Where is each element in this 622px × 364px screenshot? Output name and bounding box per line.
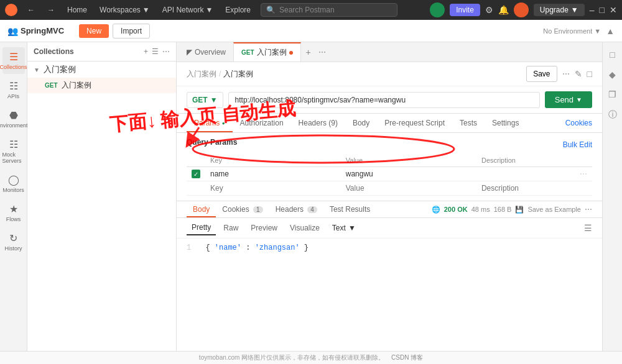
panel-title: Collections <box>34 47 74 56</box>
sort-icon[interactable]: ☰ <box>584 223 592 233</box>
code-tab-preview[interactable]: Preview <box>246 221 282 235</box>
tab-authorization[interactable]: Authorization <box>233 114 291 132</box>
table-row: ✓ ⋯ <box>187 167 592 181</box>
tab-pre-request[interactable]: Pre-request Script <box>377 114 452 132</box>
sidebar-label-apis: APIs <box>7 93 19 99</box>
flows-icon: ★ <box>9 203 18 215</box>
sidebar-item-flows[interactable]: ★ Flows <box>2 199 25 226</box>
nav-explore[interactable]: Explore <box>220 4 256 16</box>
collection-item[interactable]: ▼ 入门案例 <box>27 61 176 78</box>
mock-servers-icon: ☷ <box>9 139 18 150</box>
search-bar[interactable]: 🔍 Search Postman <box>261 3 397 17</box>
response-more-button[interactable]: ⋯ <box>585 205 592 214</box>
workspace-icon: 👥 <box>7 26 18 36</box>
monitors-icon: ◯ <box>8 174 19 186</box>
row2-key-input[interactable] <box>210 184 336 193</box>
params-title: Query Params <box>187 138 237 147</box>
watermark: toymoban.com 网络图片仅供展示，非存储，如有侵权请联系删除。 CSD… <box>0 351 622 364</box>
save-button[interactable]: Save <box>526 66 557 82</box>
response-tab-body[interactable]: Body <box>187 201 216 217</box>
request-tabs: Params ● Authorization Headers (9) Body … <box>177 114 602 133</box>
response-tab-test-results[interactable]: Test Results <box>323 201 376 217</box>
top-nav: ← → Home Workspaces ▼ API Network ▼ Expl… <box>22 4 256 16</box>
row1-key-input[interactable] <box>210 170 336 178</box>
csdn-label: CSDN 博客 <box>391 354 423 361</box>
invite-button[interactable]: Invite <box>450 4 480 16</box>
right-icon-3[interactable]: ❐ <box>606 87 619 102</box>
tab-overview[interactable]: ◤ Overview <box>179 44 233 60</box>
sidebar-item-collections[interactable]: ☰ Collections <box>2 47 25 74</box>
tab-settings[interactable]: Settings <box>485 114 526 132</box>
response-tab-headers[interactable]: Headers 4 <box>269 201 323 217</box>
collections-icon: ☰ <box>9 51 18 63</box>
sidebar-item-environments[interactable]: ⬣ Environments <box>2 106 25 132</box>
sidebar-label-collections: Collections <box>0 64 27 70</box>
sidebar-item-apis[interactable]: ☷ APIs <box>2 76 25 103</box>
send-button[interactable]: Send ▼ <box>545 91 592 108</box>
environments-icon: ⬣ <box>9 109 18 121</box>
bell-icon[interactable]: 🔔 <box>498 5 509 15</box>
add-collection-icon[interactable]: + <box>144 47 148 56</box>
tab-body[interactable]: Body <box>345 114 377 132</box>
row1-checkbox[interactable]: ✓ <box>192 170 200 178</box>
cookies-link[interactable]: Cookies <box>565 119 592 127</box>
nav-workspaces[interactable]: Workspaces ▼ <box>95 4 155 16</box>
save-more-button[interactable]: ⋯ <box>562 70 570 78</box>
format-select[interactable]: Text ▼ <box>332 224 356 232</box>
main-content: ◤ Overview GET 入门案例 + ⋯ 入门案例 / 入门案例 Sa <box>177 42 602 364</box>
row2-value-input[interactable] <box>346 184 471 193</box>
code-tab-raw[interactable]: Raw <box>218 221 243 235</box>
row1-value-input[interactable] <box>346 170 471 178</box>
minimize-icon[interactable]: – <box>590 5 595 15</box>
filter-icon[interactable]: ☰ <box>152 47 159 56</box>
right-icon-1[interactable]: □ <box>607 47 617 62</box>
upgrade-button[interactable]: Upgrade ▼ <box>534 4 585 16</box>
right-icon-4[interactable]: ⓘ <box>606 107 620 123</box>
line-number: 1 <box>187 243 191 252</box>
new-button[interactable]: New <box>79 24 109 38</box>
code-tab-visualize[interactable]: Visualize <box>285 221 325 235</box>
tab-request[interactable]: GET 入门案例 <box>233 42 301 61</box>
close-icon[interactable]: ✕ <box>610 5 617 15</box>
sidebar-item-history[interactable]: ↻ History <box>2 229 25 255</box>
nav-api-network[interactable]: API Network ▼ <box>157 4 218 16</box>
secondbar: 👥 SpringMVC New Import No Environment ▼ … <box>0 20 622 42</box>
import-button[interactable]: Import <box>113 24 150 39</box>
tab-params[interactable]: Params ● <box>187 114 233 132</box>
collections-panel: Collections + ☰ ⋯ ▼ 入门案例 GET 入门案例 <box>27 42 177 364</box>
environment-select[interactable]: No Environment ▼ <box>543 27 601 35</box>
nav-home[interactable]: Home <box>62 4 92 16</box>
panel-header: Collections + ☰ ⋯ <box>27 42 176 61</box>
code-tab-pretty[interactable]: Pretty <box>187 221 216 235</box>
nav-forward[interactable]: → <box>42 4 60 16</box>
response-tab-cookies[interactable]: Cookies 1 <box>216 201 269 217</box>
method-chevron: ▼ <box>210 96 218 104</box>
code-content: { <box>205 243 210 252</box>
right-icon-2[interactable]: ◆ <box>606 67 618 82</box>
overview-icon: ◤ <box>187 48 192 57</box>
request-item[interactable]: GET 入门案例 <box>27 78 176 93</box>
sidebar-item-monitors[interactable]: ◯ Monitors <box>2 170 25 197</box>
row1-more-icon[interactable]: ⋯ <box>580 170 587 178</box>
globe-icon: 🌐 <box>432 206 440 214</box>
comment-icon[interactable]: □ <box>587 69 592 79</box>
sidebar: ☰ Collections ☷ APIs ⬣ Environments ☷ Mo… <box>0 42 27 364</box>
row2-desc-input[interactable] <box>481 184 570 193</box>
more-tabs-button[interactable]: ⋯ <box>316 44 328 60</box>
save-example-button[interactable]: Save as Example <box>527 206 581 213</box>
breadcrumb: 入门案例 / 入门案例 Save ⋯ ✎ □ <box>177 62 602 86</box>
tab-tests[interactable]: Tests <box>452 114 485 132</box>
edit-icon[interactable]: ✎ <box>575 69 582 79</box>
sidebar-item-mock-servers[interactable]: ☷ Mock Servers <box>2 135 25 168</box>
method-select[interactable]: GET ▼ <box>187 92 223 108</box>
maximize-icon[interactable]: □ <box>600 5 605 15</box>
settings-icon[interactable]: ⚙ <box>485 5 493 15</box>
tab-headers[interactable]: Headers (9) <box>291 114 345 132</box>
bulk-edit-button[interactable]: Bulk Edit <box>563 140 592 149</box>
url-input[interactable] <box>228 92 540 108</box>
add-tab-button[interactable]: + <box>301 43 316 61</box>
code-key: 'name' <box>215 243 241 252</box>
more-options-icon[interactable]: ⋯ <box>162 47 170 56</box>
nav-back[interactable]: ← <box>22 4 40 16</box>
row1-desc-input[interactable] <box>481 170 570 178</box>
